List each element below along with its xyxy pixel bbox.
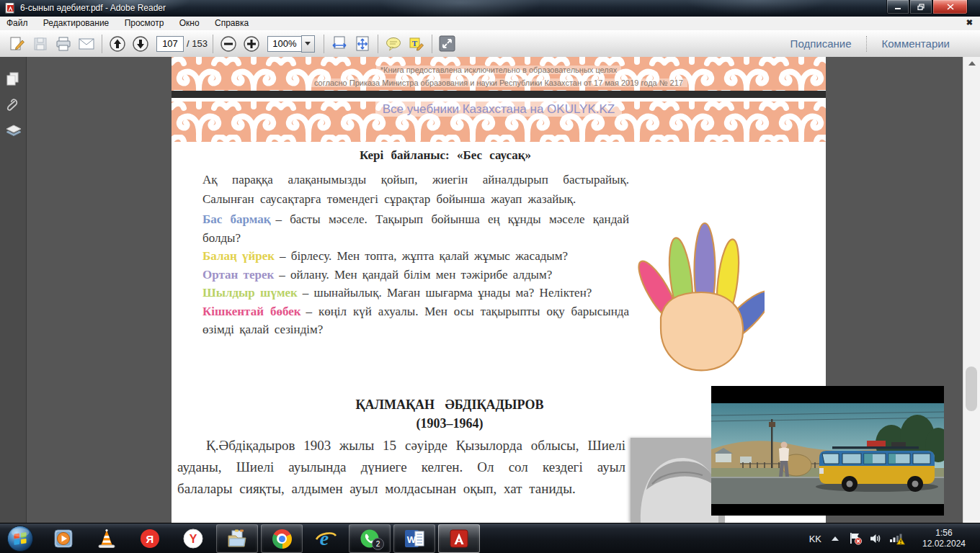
- video-frame: [711, 403, 944, 504]
- toolbar: / 153: [0, 30, 980, 58]
- taskbar-word-button[interactable]: W: [393, 524, 435, 553]
- watermark-line-1: *Книга предоставлена исключительно в обр…: [172, 64, 826, 76]
- finger-name: Бас бармақ: [202, 212, 270, 226]
- page-thumbnails-button[interactable]: [6, 71, 20, 90]
- finger-item: Бас бармақ– басты мәселе. Тақырып бойынш…: [202, 210, 629, 247]
- intro-paragraph: Ақ параққа алақанымызды қойып, жиегін ай…: [202, 170, 629, 209]
- previous-page-button[interactable]: [106, 34, 129, 54]
- show-hidden-icons-button[interactable]: [832, 536, 839, 541]
- taskbar-yandex-search-button[interactable]: Y: [173, 525, 213, 552]
- finger-item: Ортан терек– ойлану. Мен қандай білім ме…: [202, 266, 629, 284]
- restore-button[interactable]: [909, 0, 932, 14]
- language-indicator[interactable]: KK: [809, 534, 821, 544]
- layers-button[interactable]: [6, 125, 22, 142]
- section-heading: Кері байланыс: «Бес саусақ»: [244, 148, 647, 163]
- menu-item-view[interactable]: Просмотр: [118, 17, 171, 30]
- zoom-out-button[interactable]: [217, 34, 240, 54]
- svg-text:Y: Y: [190, 533, 197, 545]
- title-bar: 6-сынып әдебиет.pdf - Adobe Reader: [0, 0, 980, 17]
- taskbar-media-player-button[interactable]: [43, 525, 84, 552]
- finger-text: – шынайылық. Маған шығарма ұнады ма? Нел…: [303, 286, 592, 300]
- volume-icon[interactable]: [870, 533, 882, 544]
- fullscreen-button[interactable]: [436, 34, 459, 54]
- next-page-button[interactable]: [129, 34, 152, 54]
- taskbar-vlc-button[interactable]: [86, 525, 127, 552]
- scroll-up-arrow-icon[interactable]: [968, 61, 976, 66]
- action-center-flag-icon[interactable]: [849, 532, 863, 545]
- okulyk-banner: Все учебники Казахстана на OKULYK.KZ: [172, 102, 826, 117]
- menu-item-help[interactable]: Справка: [208, 17, 255, 30]
- taskbar-yandex-browser-button[interactable]: Я: [130, 525, 170, 552]
- taskbar-internet-explorer-button[interactable]: e: [306, 525, 346, 552]
- signing-panel-button[interactable]: Подписание: [776, 37, 866, 50]
- chrome-icon: [272, 529, 292, 549]
- attachments-paperclip-button[interactable]: [6, 97, 20, 119]
- finger-list: Бас бармақ– басты мәселе. Тақырып бойынш…: [202, 210, 629, 339]
- menubar-close-icon[interactable]: ✖: [966, 18, 973, 27]
- whatsapp-unread-badge: 2: [372, 538, 384, 550]
- start-button[interactable]: [6, 524, 35, 553]
- page-count-label: / 153: [187, 38, 208, 49]
- print-button[interactable]: [52, 34, 75, 54]
- taskbar-file-explorer-button[interactable]: [216, 524, 258, 553]
- finger-item: Кішкентай бөбек– көңіл күй ахуалы. Мен о…: [202, 302, 629, 339]
- pdf-page-previous: *Книга предоставлена исключительно в обр…: [172, 57, 826, 91]
- page-number-input[interactable]: [156, 36, 184, 52]
- zoom-dropdown-button[interactable]: [301, 35, 315, 53]
- author-heading-block: ҚАЛМАҚАН ӘБДІҚАДЫРОВ (1903–1964): [172, 395, 728, 433]
- clock-time: 1:56: [915, 528, 973, 539]
- fit-page-button[interactable]: [351, 34, 374, 54]
- bio-paragraph: Қ.Әбдіқадыров 1903 жылы 15 сәуірде Қызыл…: [177, 435, 625, 500]
- finger-text: – ойлану. Мен қандай білім мен тәжірибе …: [279, 268, 552, 282]
- zoom-in-button[interactable]: [240, 34, 263, 54]
- document-viewport: *Книга предоставлена исключительно в обр…: [0, 57, 980, 523]
- menu-item-window[interactable]: Окно: [173, 17, 206, 30]
- watermark-line-2: согласно Приказа Министра образования и …: [172, 77, 826, 89]
- save-button[interactable]: [29, 34, 52, 54]
- menu-bar: Файл Редактирование Просмотр Окно Справк…: [0, 17, 980, 31]
- fill-sign-button[interactable]: [6, 34, 29, 54]
- finger-name: Шылдыр шүмек: [202, 286, 298, 300]
- page-gap: [172, 91, 826, 98]
- navigation-pane: [0, 57, 27, 523]
- network-status-icon[interactable]: [889, 532, 905, 545]
- finger-item: Шылдыр шүмек– шынайылық. Маған шығарма ұ…: [202, 284, 629, 302]
- taskbar-adobe-reader-button[interactable]: [438, 524, 480, 553]
- close-button[interactable]: [932, 0, 968, 14]
- fit-width-button[interactable]: [328, 34, 351, 54]
- desktop: 6-сынып әдебиет.pdf - Adobe Reader Файл …: [0, 0, 980, 553]
- svg-text:Я: Я: [146, 533, 154, 545]
- svg-text:e: e: [320, 528, 329, 549]
- clock[interactable]: 1:56 12.02.2024: [915, 528, 973, 549]
- taskbar-whatsapp-button[interactable]: 2: [349, 524, 391, 553]
- email-button[interactable]: [75, 34, 98, 54]
- video-overlay-player[interactable]: [711, 386, 944, 516]
- vertical-scrollbar[interactable]: [963, 57, 980, 523]
- finger-item: Балаң үйрек– бірлесу. Мен топта, жұпта қ…: [202, 247, 629, 266]
- finger-name: Ортан терек: [202, 268, 274, 282]
- comments-panel-button[interactable]: Комментарии: [868, 37, 964, 50]
- finger-name: Балаң үйрек: [202, 249, 275, 263]
- svg-text:W: W: [407, 534, 416, 545]
- hand-illustration: [636, 213, 765, 380]
- adobe-pdf-document-icon: [5, 3, 16, 17]
- taskbar-chrome-button[interactable]: [261, 524, 303, 553]
- menu-item-edit[interactable]: Редактирование: [37, 17, 115, 30]
- menu-item-file[interactable]: Файл: [0, 17, 35, 30]
- highlight-text-button[interactable]: T: [405, 34, 428, 54]
- system-tray: KK: [809, 528, 980, 549]
- svg-text:T: T: [412, 38, 418, 47]
- taskbar: Я Y e: [0, 523, 980, 553]
- author-name: ҚАЛМАҚАН ӘБДІҚАДЫРОВ: [172, 395, 728, 414]
- finger-name: Кішкентай бөбек: [202, 305, 301, 318]
- scrollbar-thumb[interactable]: [966, 367, 977, 411]
- bio-partial-line: таниды.: [529, 481, 576, 496]
- comment-bubble-button[interactable]: [382, 34, 405, 54]
- zoom-level-input[interactable]: [267, 36, 301, 52]
- finger-text: – бірлесу. Мен топта, жұпта қалай жұмыс …: [280, 249, 568, 263]
- clock-date: 12.02.2024: [915, 539, 973, 549]
- author-years: (1903–1964): [172, 414, 728, 433]
- minimize-button[interactable]: [886, 0, 909, 14]
- window-title: 6-сынып әдебиет.pdf - Adobe Reader: [20, 0, 166, 17]
